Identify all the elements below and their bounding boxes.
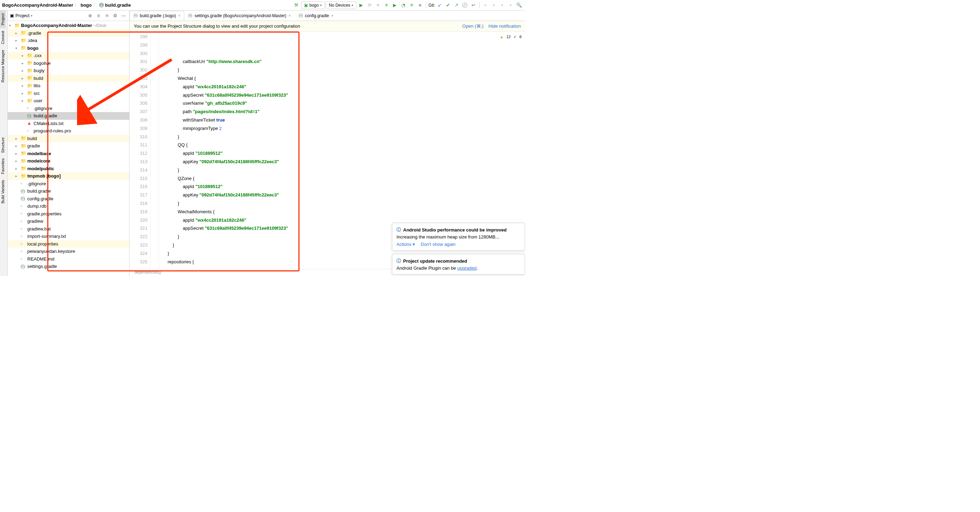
git-label: Git: <box>428 3 435 8</box>
project-tree[interactable]: ▾📁BogoAccompanyAndroid-Master ~/Desk▸📁.g… <box>8 21 129 276</box>
commit-icon[interactable]: ✔ <box>444 2 452 9</box>
gear-icon[interactable]: ⚙ <box>112 12 119 19</box>
tab-structure[interactable]: Structure <box>0 135 6 156</box>
tree-file[interactable]: ▫gradle.properties <box>8 210 129 218</box>
tree-file[interactable]: ▫README.md <box>8 255 129 263</box>
banner-open-link[interactable]: Open (⌘;) <box>462 24 484 29</box>
tree-folder[interactable]: ▸📁.gradle <box>8 29 129 37</box>
apply-code-icon[interactable]: ≡ <box>374 2 382 9</box>
tree-file[interactable]: ⓜconfig.gradle <box>8 195 129 203</box>
notif-actions-link[interactable]: Actions ▾ <box>396 242 415 247</box>
project-structure-banner: You can use the Project Structure dialog… <box>130 21 525 32</box>
tree-file[interactable]: ⓜbuild.gradle <box>8 188 129 195</box>
run-icon[interactable]: ▶ <box>357 2 365 9</box>
tree-folder[interactable]: ▸📁libs <box>8 82 129 90</box>
line-gutter[interactable]: 2982993003013023033043053063073083093103… <box>130 32 151 269</box>
tree-file[interactable]: ⓜbuild.gradle <box>8 112 129 120</box>
ok-icon: ✔ <box>514 33 517 41</box>
tree-folder[interactable]: ▾📁bogo <box>8 45 129 52</box>
stop-icon[interactable]: ■ <box>416 2 424 9</box>
select-opened-file-icon[interactable]: ⊕ <box>86 12 94 19</box>
tab-build-variants[interactable]: Build Variants <box>0 177 6 206</box>
resource-mgr-icon[interactable]: ▫ <box>507 2 514 9</box>
tab-favorites[interactable]: Favorites <box>0 156 6 177</box>
tree-file[interactable]: ▫proguard-rules.pro <box>8 127 129 135</box>
hammer-icon[interactable]: ⚒ <box>293 2 300 9</box>
tree-file[interactable]: ▫peiwanyuedan.keystore <box>8 248 129 255</box>
collapse-all-icon[interactable]: ≐ <box>103 12 110 19</box>
tab-project[interactable]: Project <box>0 11 6 28</box>
main-toolbar: BogoAccompanyAndroid-Master 〉 bogo 〉 ⓜ b… <box>0 0 525 11</box>
debug-icon[interactable]: ✳ <box>382 2 390 9</box>
run-config-combo[interactable]: ▣bogo▾ <box>301 2 325 9</box>
close-icon[interactable]: × <box>331 13 333 18</box>
tree-folder[interactable]: ▸📁gradle <box>8 142 129 150</box>
history-icon[interactable]: 🕘 <box>461 2 469 9</box>
project-view-combo[interactable]: ▣Project▾ <box>10 13 33 18</box>
editor-tabs: ⓜbuild.gradle (:bogo)×ⓜsettings.gradle (… <box>130 11 525 21</box>
breadcrumb: BogoAccompanyAndroid-Master 〉 bogo 〉 ⓜ b… <box>2 2 130 8</box>
attach-debug-icon[interactable]: ✳ <box>408 2 415 9</box>
tree-folder[interactable]: ▸📁src <box>8 90 129 97</box>
avd-icon[interactable]: ▫ <box>482 2 489 9</box>
tree-root[interactable]: ▾📁BogoAccompanyAndroid-Master ~/Desk <box>8 22 129 29</box>
editor-tab[interactable]: ⓜconfig.gradle× <box>295 11 338 21</box>
gradle-icon: ⓜ <box>99 2 104 8</box>
project-tool-window: ▣Project▾ ⊕ ≑ ≐ ⚙ — ▾📁BogoAccompanyAndro… <box>8 11 130 276</box>
update-project-icon[interactable]: ↙ <box>436 2 444 9</box>
inspections-widget[interactable]: ▲12 ✔8 <box>500 33 522 41</box>
push-icon[interactable]: ↗ <box>452 2 460 9</box>
close-icon[interactable]: × <box>178 13 180 18</box>
close-icon[interactable]: × <box>289 13 291 18</box>
banner-hide-link[interactable]: Hide notification <box>488 24 521 29</box>
banner-text: You can use the Project Structure dialog… <box>134 24 300 29</box>
tree-folder[interactable]: ▸📁build <box>8 75 129 82</box>
tab-commit[interactable]: Commit <box>0 28 6 47</box>
notif-upgrade-link[interactable]: upgraded <box>457 266 476 271</box>
device-combo[interactable]: No Devices▾ <box>326 2 356 9</box>
warning-icon: ▲ <box>500 33 504 41</box>
tree-folder[interactable]: ▸📁bugly <box>8 67 129 75</box>
tree-file[interactable]: ▫local.properties <box>8 240 129 248</box>
coverage-icon[interactable]: ▶ <box>391 2 399 9</box>
search-icon[interactable]: 🔍 <box>515 2 523 9</box>
notif-dismiss-link[interactable]: Don't show again <box>421 242 455 247</box>
tree-file[interactable]: ▫gradlew.bat <box>8 225 129 233</box>
info-icon: ⓘ <box>396 258 401 264</box>
tree-file[interactable]: ▫.gitignore <box>8 105 129 113</box>
tree-folder[interactable]: ▸📁tmpmob [bogo] <box>8 172 129 180</box>
tree-file[interactable]: ▫dump.rdb <box>8 202 129 210</box>
tree-file[interactable]: ▲CMakeLists.txt <box>8 120 129 127</box>
breadcrumb-root[interactable]: BogoAccompanyAndroid-Master <box>2 2 73 8</box>
left-sidebar-tabs: Project Commit Resource Manager Structur… <box>0 11 8 276</box>
breadcrumb-file[interactable]: build.gradle <box>105 2 131 8</box>
editor-tab[interactable]: ⓜbuild.gradle (:bogo)× <box>130 11 184 21</box>
notification-performance: ⓘAndroid Studio performance could be imp… <box>392 223 525 251</box>
notification-update: ⓘProject update recommended Android Grad… <box>392 254 525 275</box>
tree-folder[interactable]: ▸📁.cxx <box>8 52 129 60</box>
tree-folder[interactable]: ▸📁build <box>8 135 129 143</box>
sdk-icon[interactable]: ▫ <box>490 2 498 9</box>
tree-file[interactable]: ▫.gitignore <box>8 180 129 188</box>
tree-folder[interactable]: ▸📁bogolive <box>8 60 129 67</box>
rollback-icon[interactable]: ↩ <box>469 2 477 9</box>
apply-changes-icon[interactable]: ⟳ <box>366 2 373 9</box>
editor-tab[interactable]: ⓜsettings.gradle (BogoAccompanyAndroid-M… <box>184 11 294 21</box>
gutter-icons <box>151 32 159 269</box>
breadcrumb-module[interactable]: bogo <box>81 2 92 8</box>
tree-folder[interactable]: ▸📁modelcore <box>8 157 129 165</box>
tree-file[interactable]: ▫import-summary.txt <box>8 232 129 240</box>
hide-icon[interactable]: — <box>120 12 127 19</box>
profile-icon[interactable]: ◔ <box>399 2 407 9</box>
info-icon: ⓘ <box>396 227 401 233</box>
tree-file[interactable]: ⓜsettings.gradle <box>8 262 129 270</box>
tree-folder[interactable]: ▸📁modelbase <box>8 150 129 157</box>
project-panel-header: ▣Project▾ ⊕ ≑ ≐ ⚙ — <box>8 11 129 21</box>
tab-resource-manager[interactable]: Resource Manager <box>0 47 6 86</box>
layout-inspector-icon[interactable]: ▫ <box>498 2 506 9</box>
tree-folder[interactable]: ▸📁modelpublic <box>8 165 129 173</box>
expand-all-icon[interactable]: ≑ <box>95 12 102 19</box>
tree-folder[interactable]: ▸📁.idea <box>8 37 129 45</box>
tree-folder[interactable]: ▸📁user <box>8 97 129 105</box>
tree-file[interactable]: ▫gradlew <box>8 218 129 225</box>
